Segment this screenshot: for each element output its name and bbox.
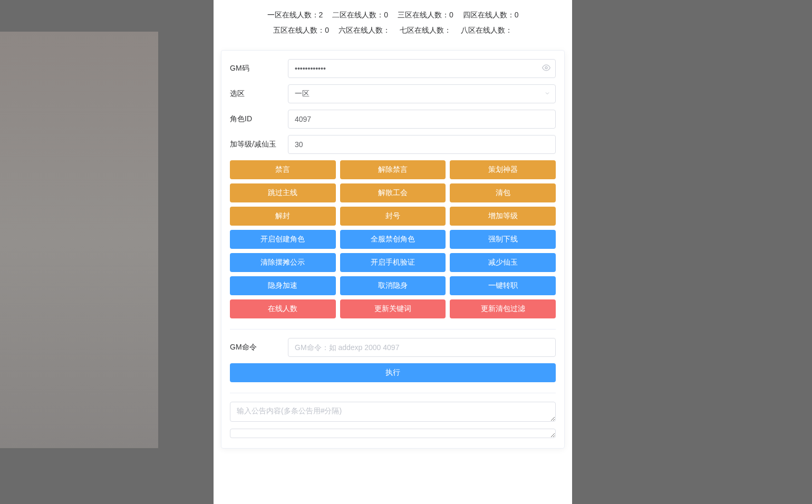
- region-select[interactable]: [288, 84, 556, 103]
- force-offline-button[interactable]: 强制下线: [450, 230, 556, 249]
- eye-icon[interactable]: [542, 63, 550, 73]
- gm-cmd-input[interactable]: [288, 338, 556, 357]
- role-id-label: 角色ID: [230, 114, 288, 124]
- add-level-button[interactable]: 增加等级: [450, 207, 556, 226]
- action-button-grid: 禁言 解除禁言 策划神器 跳过主线 解散工会 清包 解封 封号 增加等级 开启创…: [230, 160, 556, 318]
- stat-zone-6: 六区在线人数：: [339, 23, 390, 38]
- stat-zone-5: 五区在线人数：0: [273, 23, 329, 38]
- unmute-button[interactable]: 解除禁言: [340, 160, 446, 179]
- cancel-invis-button[interactable]: 取消隐身: [340, 276, 446, 295]
- invis-speed-button[interactable]: 隐身加速: [230, 276, 336, 295]
- clear-stall-notice-button[interactable]: 清除摆摊公示: [230, 253, 336, 272]
- level-input[interactable]: [288, 135, 556, 154]
- stat-zone-3: 三区在线人数：0: [398, 7, 453, 23]
- divider: [230, 329, 556, 329]
- online-stats-bar: 一区在线人数：2 二区在线人数：0 三区在线人数：0 四区在线人数：0 五区在线…: [214, 0, 572, 44]
- gm-code-input[interactable]: [288, 59, 556, 78]
- execute-button[interactable]: 执行: [230, 363, 556, 382]
- character-image: [0, 32, 158, 448]
- gm-code-label: GM码: [230, 64, 288, 73]
- update-clearbag-filter-button[interactable]: 更新清包过滤: [450, 299, 556, 318]
- stat-zone-8: 八区在线人数：: [461, 23, 513, 38]
- secondary-textarea[interactable]: [230, 429, 556, 438]
- stat-zone-1: 一区在线人数：2: [267, 7, 323, 23]
- disband-guild-button[interactable]: 解散工会: [340, 183, 446, 202]
- one-click-class-change-button[interactable]: 一键转职: [450, 276, 556, 295]
- region-label: 选区: [230, 89, 288, 99]
- update-keywords-button[interactable]: 更新关键词: [340, 299, 446, 318]
- level-label: 加等级/减仙玉: [230, 140, 288, 149]
- enable-phone-verify-button[interactable]: 开启手机验证: [340, 253, 446, 272]
- ban-button[interactable]: 封号: [340, 207, 446, 226]
- gm-form-card: GM码 选区 角色ID 加等级/减仙玉: [221, 50, 565, 449]
- disable-create-role-button[interactable]: 全服禁创角色: [340, 230, 446, 249]
- enable-create-role-button[interactable]: 开启创建角色: [230, 230, 336, 249]
- main-panel: 一区在线人数：2 二区在线人数：0 三区在线人数：0 四区在线人数：0 五区在线…: [214, 0, 572, 504]
- stat-zone-2: 二区在线人数：0: [332, 7, 388, 23]
- mute-button[interactable]: 禁言: [230, 160, 336, 179]
- clear-bag-button[interactable]: 清包: [450, 183, 556, 202]
- gm-cmd-label: GM命令: [230, 343, 288, 352]
- announcement-textarea[interactable]: [230, 402, 556, 422]
- divider-2: [230, 393, 556, 393]
- role-id-input[interactable]: [288, 110, 556, 129]
- unban-button[interactable]: 解封: [230, 207, 336, 226]
- stat-zone-4: 四区在线人数：0: [463, 7, 519, 23]
- svg-point-0: [545, 66, 547, 69]
- reduce-jade-button[interactable]: 减少仙玉: [450, 253, 556, 272]
- online-count-button[interactable]: 在线人数: [230, 299, 336, 318]
- skip-mainline-button[interactable]: 跳过主线: [230, 183, 336, 202]
- stat-zone-7: 七区在线人数：: [400, 23, 451, 38]
- planner-artifact-button[interactable]: 策划神器: [450, 160, 556, 179]
